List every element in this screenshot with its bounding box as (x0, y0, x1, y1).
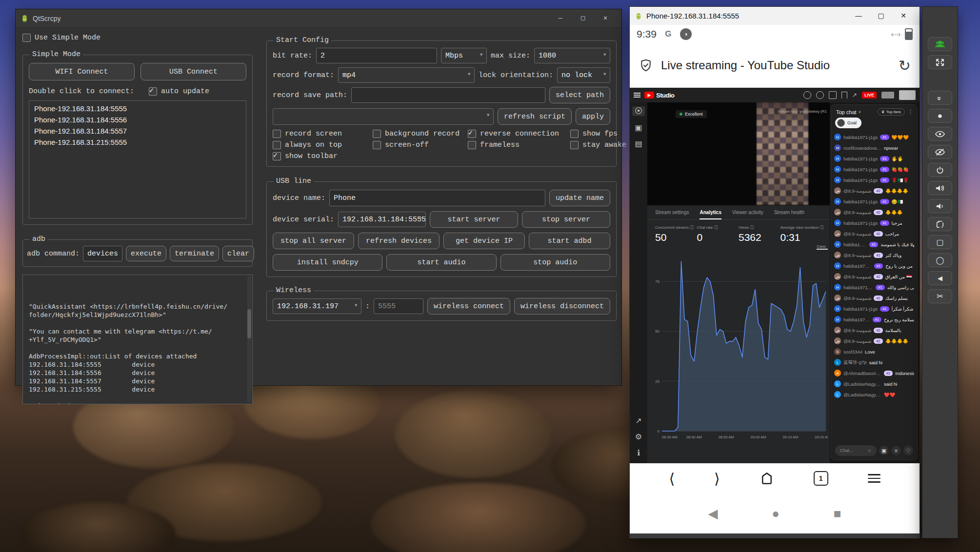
maximize-icon[interactable]: ▢ (870, 7, 892, 25)
chat-message[interactable]: ش @شموسة-8.9 #2 يسلم راسك (834, 293, 914, 303)
chat-message[interactable]: L @LadislavNagy-y3f said hi (834, 378, 914, 389)
chat-message[interactable]: ش @شموسة-8.9 #2 من العراق 🇮🇶 (834, 271, 914, 282)
device-list-item[interactable]: Phone-192.168.31.184:5556 (29, 114, 246, 125)
minimize-icon[interactable]: — (847, 7, 870, 25)
stop-audio-button[interactable]: stop audio (500, 254, 610, 271)
chat-message[interactable]: ش @شموسة-8.9 #2 🐥🐥🐥🐥 (834, 335, 914, 346)
chat-message[interactable]: ش @شموسة-8.9 #2 وياك كتر (834, 250, 914, 260)
expand-notification-button[interactable]: » (928, 91, 952, 105)
restream-icon[interactable] (803, 91, 811, 99)
site-security-shield-icon[interactable] (639, 58, 653, 73)
wifi-connect-button[interactable]: WIFI Connect (29, 63, 135, 80)
android-back-icon[interactable]: ◀ (708, 506, 718, 521)
device-list-item[interactable]: Phone-192.168.31.215:5555 (29, 137, 246, 148)
device-name-input[interactable]: Phone (329, 190, 545, 206)
settings-gear-icon[interactable]: ⚙ (635, 432, 642, 441)
use-simple-mode-checkbox[interactable]: Use Simple Mode (22, 34, 253, 42)
tab-count-button[interactable]: 1 (814, 471, 828, 486)
chat-list-icon[interactable]: ≡ (891, 446, 901, 455)
config-checkbox[interactable]: background record (373, 130, 468, 138)
volume-up-button[interactable] (928, 181, 952, 195)
feedback-icon[interactable]: ℹ (637, 448, 640, 457)
back-button[interactable]: ◀ (928, 271, 952, 285)
phone-titlebar[interactable]: Phone-192.168.31.184:5555 — ▢ ✕ (630, 7, 920, 25)
apply-button[interactable]: apply (576, 108, 610, 125)
config-checkbox[interactable]: show fps (570, 130, 626, 138)
chat-message[interactable]: H habiba1971-j1gs #1 🌹🇩🇿🌹 (834, 175, 914, 185)
device-serial-combo[interactable]: 192.168.31.184:5555 (338, 212, 426, 227)
refresh-icon[interactable]: ↻ (899, 57, 911, 74)
chat-message[interactable]: ش @شموسة-8.9 #2 🐥🐥🐥 (834, 207, 914, 217)
chat-message[interactable]: ش @شموسة-8.9 #2 مراحب (834, 228, 914, 239)
device-list-item[interactable]: Phone-192.168.31.184:5555 (29, 103, 246, 114)
script-combo[interactable] (273, 108, 494, 125)
chat-message[interactable]: H habiba1971-j1gs #1 🖐🖐 (834, 153, 914, 164)
usb-connect-button[interactable]: USB Connect (140, 63, 246, 80)
checkbox-box[interactable] (570, 130, 579, 138)
share-icon[interactable]: ↗ (852, 92, 857, 99)
goal-pill[interactable]: Goal (835, 118, 861, 128)
config-checkbox[interactable]: show toolbar (273, 152, 373, 160)
chat-message[interactable]: L 蓝莓珍-g7p said hi (834, 357, 914, 368)
android-recents-icon[interactable]: ■ (834, 506, 841, 521)
bit-rate-input[interactable]: 2 (316, 48, 437, 63)
stream-video-preview[interactable]: Excellent Stream key: youtubekey (R1 (647, 102, 830, 205)
config-checkbox[interactable]: frameless (468, 141, 570, 149)
chat-message[interactable]: H habiba1971-j1gs #1 مرحبا (834, 217, 914, 228)
config-checkbox[interactable]: reverse connection (468, 130, 570, 138)
chat-message[interactable]: S soof3344 Love (834, 346, 914, 357)
config-checkbox[interactable]: stay awake (570, 141, 626, 149)
checkbox-box[interactable] (468, 141, 476, 149)
minimize-icon[interactable]: — (549, 9, 572, 27)
config-checkbox[interactable]: always on top (273, 141, 373, 149)
chat-message[interactable]: H habiba1971-j1gs #1 شكراً شكراً (834, 303, 914, 314)
analytics-tab[interactable]: Viewer activity (732, 210, 763, 219)
membership-icon[interactable]: ▣ (879, 446, 889, 455)
blurred-avatar-block[interactable] (899, 90, 916, 100)
schedule-icon[interactable]: ▤ (635, 139, 642, 148)
checkbox-box[interactable] (273, 152, 281, 160)
android-home-icon[interactable]: ● (772, 506, 780, 521)
checkbox-box[interactable] (570, 141, 579, 149)
power-button[interactable] (928, 163, 952, 177)
chat-message[interactable]: M nosfilosavadovat930 npvear (834, 142, 914, 153)
checkbox-box[interactable] (373, 141, 381, 149)
start-audio-button[interactable]: start audio (386, 254, 496, 271)
chat-message[interactable]: ش @شموسة-8.9 #2 🐥🐥🐥🐥 (834, 185, 914, 196)
adb-command-input[interactable]: devices (83, 246, 122, 261)
chat-input[interactable]: Chat... ☺ (835, 445, 877, 456)
external-link-icon[interactable]: ↗ (635, 416, 641, 425)
chat-message[interactable]: L @LadislavNagy-y3f ❤️❤️ (834, 389, 914, 400)
checkbox-box[interactable] (468, 130, 476, 138)
wireless-disconnect-button[interactable]: wireless disconnect (514, 298, 610, 315)
chat-header[interactable]: Top chat (836, 109, 857, 115)
volume-down-button[interactable] (928, 199, 952, 213)
top-fans-button[interactable]: ♛ Top fans (878, 108, 905, 116)
maximize-icon[interactable]: ▢ (572, 9, 594, 27)
update-name-button[interactable]: update name (549, 190, 610, 206)
chat-message[interactable]: H habiba1971-j1gs #1 أني من وين يا روح (834, 260, 914, 271)
analytics-tab[interactable]: Stream health (774, 210, 804, 219)
chat-message[interactable]: A @AhmadBasori-p9r #2 Indonesia (834, 368, 914, 378)
adb-log-output[interactable]: "QuickAssistant <https://lrbnfell4p.feis… (22, 275, 253, 404)
stop-server-button[interactable]: stop server (522, 211, 610, 228)
chart-legend-truncated[interactable]: Conc (817, 244, 828, 250)
wireless-port-input[interactable]: 5555 (374, 298, 423, 314)
auto-update-checkbox[interactable] (149, 87, 157, 96)
select-path-button[interactable]: select path (549, 87, 610, 103)
checkbox-box[interactable] (373, 130, 381, 138)
chat-message[interactable]: H habiba1971-j1gs #1 🍓🍓🍓 (834, 164, 914, 175)
get-device-ip-button[interactable]: get device IP (443, 233, 525, 249)
device-list[interactable]: Phone-192.168.31.184:5555Phone-192.168.3… (29, 100, 246, 218)
chat-messages[interactable]: H habiba1971-j1gs #1 🧡🧡🧡 M nosfilosavado… (831, 132, 917, 442)
chat-message[interactable]: H habiba1971-j1gs #1 أهل وسهلا فيك يا شم… (834, 239, 914, 250)
wireless-ip-combo[interactable]: 192.168.31.197 (273, 298, 361, 314)
checkbox-box[interactable] (273, 141, 281, 149)
screen-off-button[interactable] (928, 145, 952, 159)
touch-button[interactable]: ● (928, 109, 952, 123)
monetization-icon[interactable] (816, 91, 824, 99)
record-save-path-input[interactable] (351, 87, 545, 103)
live-stream-icon[interactable]: ⦿ (632, 106, 645, 116)
device-list-item[interactable]: Phone-192.168.31.184:5557 (29, 125, 246, 137)
menu-button[interactable]: ▢ (928, 235, 952, 249)
